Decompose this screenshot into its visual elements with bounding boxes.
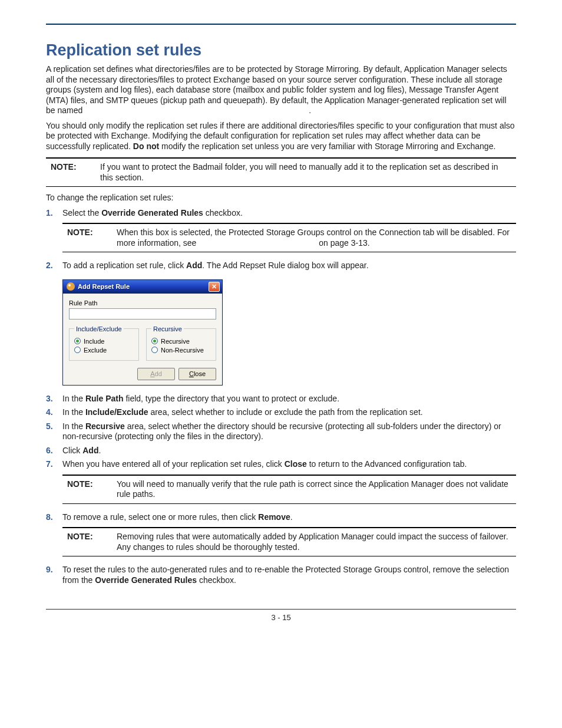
- text: dd: [155, 370, 162, 377]
- note-text: You will need to manually verify that th…: [117, 479, 511, 500]
- dialog-body: Rule Path Include/Exclude Include Exclud: [63, 294, 222, 385]
- step-number: 1.: [46, 208, 62, 219]
- group-legend: Recursive: [151, 325, 184, 332]
- dialog-figure: Add Repset Rule ✕ Rule Path Include/Excl…: [62, 279, 516, 386]
- footer: 3 - 15: [46, 609, 516, 622]
- emphasis: Recursive: [85, 421, 125, 431]
- text: lose: [194, 370, 206, 377]
- step-number: 9.: [46, 565, 62, 585]
- mnemonic: C: [189, 370, 194, 377]
- steps-list: 1. Select the Override Generated Rules c…: [46, 208, 516, 586]
- text: Click: [62, 446, 82, 455]
- note-text: Removing rules that were automatically a…: [117, 532, 511, 552]
- text: modify the replication set unless you ar…: [159, 141, 495, 151]
- step-number: 6.: [46, 446, 62, 456]
- note-box-3: NOTE: You will need to manually verify t…: [62, 475, 516, 504]
- text: In the: [62, 394, 85, 403]
- step-3: 3. In the Rule Path field, type the dire…: [46, 394, 516, 404]
- step-2: 2. To add a replication set rule, click …: [46, 261, 516, 271]
- text: In the: [62, 407, 85, 417]
- note-label: NOTE:: [51, 162, 100, 183]
- radio-label: Include: [84, 338, 104, 345]
- step-number: 4.: [46, 407, 62, 418]
- text: area, select whether to include or exclu…: [148, 407, 423, 417]
- step-number: 5.: [46, 421, 62, 442]
- note-label: NOTE:: [67, 479, 117, 500]
- emphasis: Close: [285, 459, 307, 469]
- note-box-2: NOTE: When this box is selected, the Pro…: [62, 223, 516, 252]
- group-legend: Include/Exclude: [74, 325, 124, 332]
- radio-icon: [74, 347, 81, 353]
- radio-icon: [74, 338, 81, 344]
- dialog-title-text: Add Repset Rule: [78, 283, 209, 290]
- add-button[interactable]: Add: [137, 368, 175, 380]
- emphasis: Include/Exclude: [85, 407, 148, 417]
- radio-label: Exclude: [84, 347, 107, 354]
- step-8: 8. To remove a rule, select one or more …: [46, 512, 516, 523]
- include-exclude-group: Include/Exclude Include Exclude: [69, 325, 139, 361]
- note-text: When this box is selected, the Protected…: [117, 228, 511, 248]
- step-6: 6. Click Add.: [46, 446, 516, 456]
- page-number: 3 - 15: [271, 613, 290, 622]
- text: .: [309, 106, 311, 115]
- note-label: NOTE:: [67, 228, 117, 248]
- page-title: Replication set rules: [46, 41, 516, 60]
- top-rule: [46, 24, 516, 25]
- text: To remove a rule, select one or more rul…: [62, 512, 258, 522]
- note-box-4: NOTE: Removing rules that were automatic…: [62, 527, 516, 556]
- include-radio[interactable]: Include: [74, 338, 134, 345]
- recursive-group: Recursive Recursive Non-Recursive: [146, 325, 216, 361]
- radio-icon: [151, 338, 158, 344]
- steps-intro: To change the replication set rules:: [46, 193, 516, 203]
- emphasis: Add: [82, 446, 98, 455]
- exclude-radio[interactable]: Exclude: [74, 347, 134, 354]
- nonrecursive-radio[interactable]: Non-Recursive: [151, 347, 211, 354]
- step-number: 3.: [46, 394, 62, 404]
- rule-path-label: Rule Path: [69, 299, 216, 307]
- step-5: 5. In the Recursive area, select whether…: [46, 421, 516, 442]
- step-number: 7.: [46, 459, 62, 470]
- page: Replication set rules A replication set …: [0, 0, 562, 728]
- dialog-titlebar[interactable]: Add Repset Rule ✕: [63, 280, 222, 294]
- note-box-1: NOTE: If you want to protect the Badmail…: [46, 157, 516, 187]
- recursive-radio[interactable]: Recursive: [151, 338, 211, 345]
- text: .: [98, 446, 101, 455]
- close-button[interactable]: ✕: [209, 282, 220, 292]
- text: A replication set defines what directori…: [46, 64, 507, 115]
- emphasis: Override Generated Rules: [95, 575, 197, 585]
- text: Select the: [62, 208, 101, 218]
- text: on page 3-13.: [319, 238, 369, 248]
- emphasis: Do not: [133, 141, 159, 151]
- rule-path-input[interactable]: [69, 308, 216, 319]
- add-repset-rule-dialog: Add Repset Rule ✕ Rule Path Include/Excl…: [62, 279, 223, 386]
- close-button[interactable]: Close: [178, 368, 216, 380]
- text: area, select whether the directory shoul…: [62, 421, 501, 442]
- step-number: 8.: [46, 512, 62, 523]
- step-4: 4. In the Include/Exclude area, select w…: [46, 407, 516, 418]
- step-1: 1. Select the Override Generated Rules c…: [46, 208, 516, 219]
- app-icon: [67, 282, 75, 291]
- emphasis: Rule Path: [85, 394, 124, 403]
- step-9: 9. To reset the rules to the auto-genera…: [46, 565, 516, 585]
- radio-icon: [151, 347, 158, 353]
- emphasis: Override Generated Rules: [101, 208, 203, 218]
- radio-label: Non-Recursive: [161, 347, 204, 354]
- text: .: [290, 512, 293, 522]
- radio-label: Recursive: [161, 338, 190, 345]
- text: In the: [62, 421, 85, 431]
- text: . The Add Repset Rule dialog box will ap…: [202, 261, 368, 270]
- text: field, type the directory that you want …: [124, 394, 340, 403]
- text: to return to the Advanced configuration …: [307, 459, 467, 469]
- emphasis: Remove: [258, 512, 290, 522]
- intro-paragraph-1: A replication set defines what directori…: [46, 64, 516, 116]
- text: When this box is selected, the Protected…: [117, 228, 510, 248]
- text: checkbox.: [197, 575, 236, 585]
- step-number: 2.: [46, 261, 62, 271]
- mnemonic: A: [150, 370, 154, 377]
- text: To add a replication set rule, click: [62, 261, 186, 270]
- text: checkbox.: [203, 208, 243, 218]
- text: When you have entered all of your replic…: [62, 459, 285, 469]
- note-text: If you want to protect the Badmail folde…: [100, 162, 511, 183]
- note-label: NOTE:: [67, 532, 117, 552]
- intro-paragraph-2: You should only modify the replication s…: [46, 121, 516, 152]
